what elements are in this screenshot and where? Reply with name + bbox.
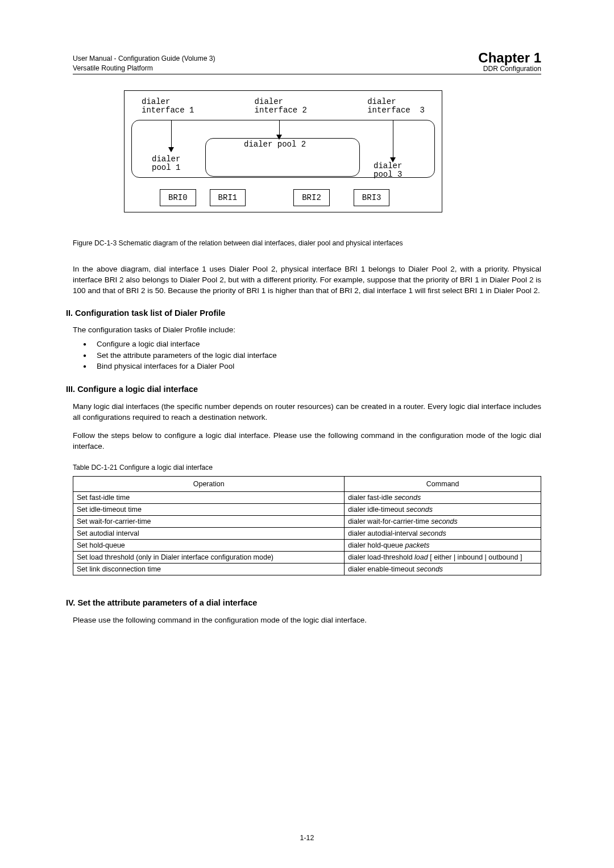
page-header: User Manual - Configuration Guide (Volum… <box>73 51 541 74</box>
bullet-list: Configure a logic dial interface Set the… <box>86 339 541 372</box>
list-intro: The configuration tasks of Dialer Profil… <box>73 326 541 334</box>
command-table: Operation Command Set fast-idle timedial… <box>73 476 541 575</box>
command-cell: dialer autodial-interval seconds <box>345 527 541 539</box>
table-row: Set fast-idle timedialer fast-idle secon… <box>73 491 541 503</box>
table-label: Table DC-1-21 <box>73 464 118 471</box>
page-number: 1-12 <box>0 834 614 842</box>
command-cell: dialer fast-idle seconds <box>345 491 541 503</box>
operation-cell: Set autodial interval <box>73 527 345 539</box>
table-description: Configure a logic dial interface <box>118 464 213 471</box>
bri3-box: BRI3 <box>354 189 390 206</box>
dialer-interface-2-label: dialer interface 2 <box>255 98 307 114</box>
bullet-item: Set the attribute parameters of the logi… <box>86 350 541 361</box>
command-cell: dialer idle-timeout seconds <box>345 503 541 515</box>
chapter-number: Chapter 1 <box>478 51 541 65</box>
section-4-heading: IV. Set the attribute parameters of a di… <box>66 598 541 607</box>
dialer-pool-2-label: dialer pool 2 <box>244 140 306 149</box>
command-cell: dialer wait-for-carrier-time seconds <box>345 515 541 527</box>
operation-cell: Set fast-idle time <box>73 491 345 503</box>
dialer-interface-3-label: dialer interface 3 <box>367 98 425 114</box>
bri0-box: BRI0 <box>160 189 196 206</box>
dialer-interface-1-label: dialer interface 1 <box>142 98 194 114</box>
table-row: Set hold-queuedialer hold-queue packets <box>73 539 541 551</box>
bri2-box: BRI2 <box>293 189 330 206</box>
bri1-box: BRI1 <box>210 189 246 206</box>
operation-cell: Set hold-queue <box>73 539 345 551</box>
table-row: Set load threshold (only in Dialer inter… <box>73 551 541 563</box>
command-cell: dialer load-threshold load [ either | in… <box>345 551 541 563</box>
figure-label: Figure DC-1-3 <box>73 239 117 247</box>
table-row: Set autodial intervaldialer autodial-int… <box>73 527 541 539</box>
header-left: User Manual - Configuration Guide (Volum… <box>73 54 215 73</box>
section-3-heading: III. Configure a logic dial interface <box>66 385 541 394</box>
col-command: Command <box>345 476 541 491</box>
operation-cell: Set idle-timeout time <box>73 503 345 515</box>
paragraph-many: Many logic dial interfaces (the specific… <box>73 402 541 423</box>
table-caption: Table DC-1-21 Configure a logic dial int… <box>73 464 541 471</box>
paragraph-follow: Follow the steps below to configure a lo… <box>73 431 541 452</box>
command-cell: dialer hold-queue packets <box>345 539 541 551</box>
figure-diagram: dialer interface 1 dialer interface 2 di… <box>124 90 442 212</box>
chapter-topic: DDR Configuration <box>478 65 541 73</box>
manual-title: User Manual - Configuration Guide (Volum… <box>73 54 215 63</box>
command-cell: dialer enable-timeout seconds <box>345 563 541 575</box>
bullet-item: Configure a logic dial interface <box>86 339 541 350</box>
table-row: Set idle-timeout timedialer idle-timeout… <box>73 503 541 515</box>
operation-cell: Set wait-for-carrier-time <box>73 515 345 527</box>
dialer-pool-3-label: dialer pool 3 <box>374 162 402 178</box>
paragraph-please: Please use the following command in the … <box>73 615 541 626</box>
table-row: Set wait-for-carrier-timedialer wait-for… <box>73 515 541 527</box>
dialer-pool-1-label: dialer pool 1 <box>152 155 180 172</box>
section-2-heading: II. Configuration task list of Dialer Pr… <box>66 308 541 318</box>
manual-subtitle: Versatile Routing Platform <box>73 64 215 73</box>
figure-description: Schematic diagram of the relation betwee… <box>117 239 403 247</box>
header-right: Chapter 1 DDR Configuration <box>478 51 541 73</box>
col-operation: Operation <box>73 476 345 491</box>
table-header-row: Operation Command <box>73 476 541 491</box>
operation-cell: Set load threshold (only in Dialer inter… <box>73 551 345 563</box>
paragraph-above-diagram: In the above diagram, dial interface 1 u… <box>73 264 541 296</box>
figure-caption: Figure DC-1-3 Schematic diagram of the r… <box>73 239 541 248</box>
operation-cell: Set link disconnection time <box>73 563 345 575</box>
table-row: Set link disconnection timedialer enable… <box>73 563 541 575</box>
bullet-item: Bind physical interfaces for a Dialer Po… <box>86 361 541 372</box>
